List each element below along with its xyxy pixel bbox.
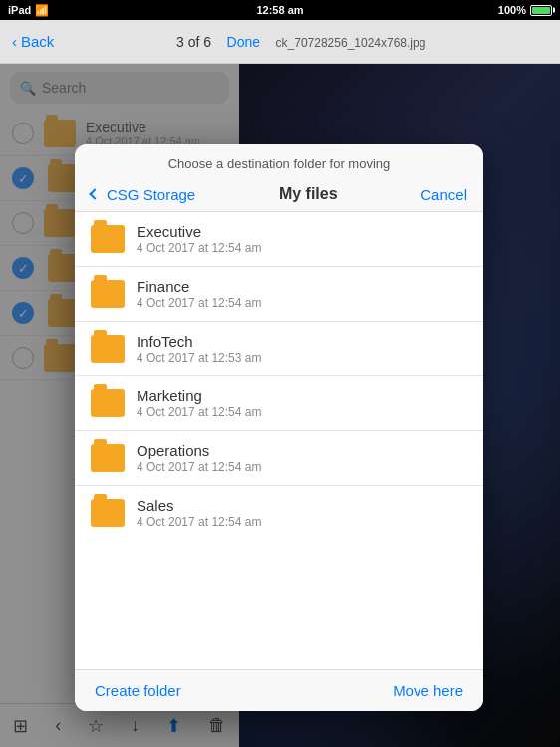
modal-folder-date-operations: 4 Oct 2017 at 12:54 am [137, 460, 261, 474]
modal-folder-date-sales: 4 Oct 2017 at 12:54 am [137, 515, 261, 529]
carrier-label: iPad [8, 4, 31, 16]
modal-folder-name-marketing: Marketing [137, 387, 261, 404]
modal-folder-name-finance: Finance [137, 278, 261, 295]
modal-folder-executive[interactable]: Executive 4 Oct 2017 at 12:54 am [75, 212, 483, 267]
progress-text: 3 of 6 [176, 34, 211, 50]
modal-folder-icon-infotech [91, 335, 125, 363]
modal-back-chevron-icon [89, 188, 100, 199]
modal-title: My files [279, 185, 338, 203]
modal-cancel-button[interactable]: Cancel [420, 186, 467, 203]
battery-icon [530, 5, 552, 16]
back-label: Back [21, 33, 54, 50]
modal-back-label: CSG Storage [107, 186, 195, 203]
filename-label: ck_70728256_1024x768.jpg [276, 36, 426, 50]
status-bar-right: 100% [498, 4, 552, 16]
modal-folder-icon-marketing [91, 389, 125, 417]
modal-dialog: Choose a destination folder for moving C… [75, 144, 483, 711]
modal-folder-name-sales: Sales [137, 497, 261, 514]
status-bar: iPad 📶 12:58 am 100% [0, 0, 560, 20]
modal-folder-icon-sales [91, 499, 125, 527]
modal-nav: CSG Storage My files Cancel [75, 177, 483, 212]
modal-folder-name-infotech: InfoTech [137, 333, 261, 350]
modal-folder-icon-finance [91, 280, 125, 308]
modal-empty-area [75, 540, 483, 669]
battery-percent: 100% [498, 4, 526, 16]
back-chevron-icon: ‹ [12, 33, 17, 50]
modal-folder-marketing[interactable]: Marketing 4 Oct 2017 at 12:54 am [75, 376, 483, 431]
move-here-button[interactable]: Move here [393, 682, 463, 699]
modal-folder-icon-executive [91, 225, 125, 253]
nav-progress: 3 of 6 Done ck_70728256_1024x768.jpg [176, 34, 425, 50]
modal-instruction: Choose a destination folder for moving [75, 144, 483, 177]
modal-folder-sales[interactable]: Sales 4 Oct 2017 at 12:54 am [75, 486, 483, 540]
modal-folder-operations[interactable]: Operations 4 Oct 2017 at 12:54 am [75, 431, 483, 486]
modal-folder-finance[interactable]: Finance 4 Oct 2017 at 12:54 am [75, 267, 483, 322]
modal-folder-infotech[interactable]: InfoTech 4 Oct 2017 at 12:53 am [75, 322, 483, 376]
modal-folder-name-operations: Operations [137, 442, 261, 459]
wifi-icon: 📶 [35, 4, 49, 17]
nav-bar: ‹ Back 3 of 6 Done ck_70728256_1024x768.… [0, 20, 560, 64]
back-button[interactable]: ‹ Back [12, 33, 54, 50]
modal-folder-icon-operations [91, 444, 125, 472]
create-folder-button[interactable]: Create folder [95, 682, 181, 699]
modal-folder-name-executive: Executive [137, 223, 261, 240]
modal-folder-date-infotech: 4 Oct 2017 at 12:53 am [137, 351, 261, 365]
modal-back-button[interactable]: CSG Storage [91, 186, 195, 203]
modal-folder-list: Executive 4 Oct 2017 at 12:54 am Finance… [75, 212, 483, 540]
modal-folder-date-finance: 4 Oct 2017 at 12:54 am [137, 296, 261, 310]
modal-footer: Create folder Move here [75, 669, 483, 711]
done-label[interactable]: Done [227, 34, 260, 50]
modal-folder-date-executive: 4 Oct 2017 at 12:54 am [137, 241, 261, 255]
modal-folder-date-marketing: 4 Oct 2017 at 12:54 am [137, 405, 261, 419]
status-bar-left: iPad 📶 [8, 4, 49, 17]
status-bar-time: 12:58 am [256, 4, 303, 16]
